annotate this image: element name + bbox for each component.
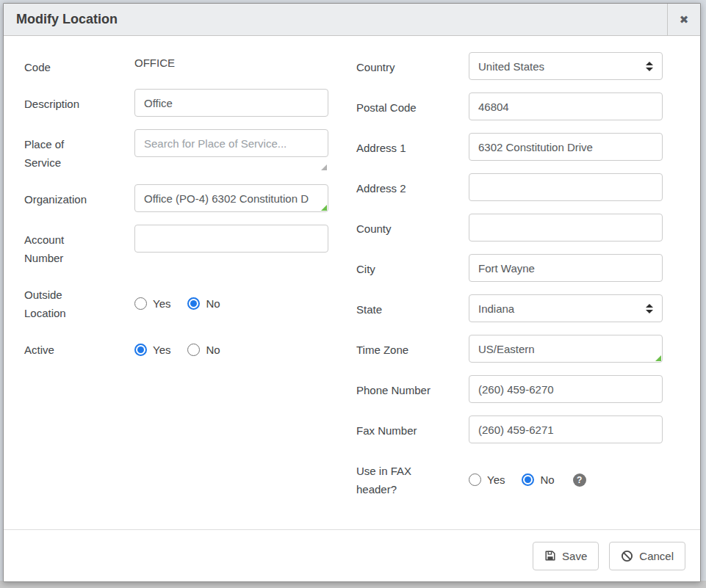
outside-location-no-radio[interactable]: No [187, 297, 220, 310]
close-icon: ✖ [680, 13, 689, 26]
address2-label: Address 2 [356, 173, 469, 201]
place-of-service-input[interactable] [134, 129, 328, 157]
radio-label: No [206, 344, 220, 356]
radio-unchecked-icon [134, 297, 147, 310]
fax-header-yes-radio[interactable]: Yes [469, 473, 505, 486]
phone-number-input[interactable] [469, 375, 663, 403]
place-of-service-label: Place of Service [24, 129, 134, 172]
page-background: Modify Location ✖ Code OFFICE Descriptio… [0, 0, 706, 588]
outside-location-yes-radio[interactable]: Yes [134, 297, 170, 310]
modify-location-dialog: Modify Location ✖ Code OFFICE Descriptio… [3, 3, 701, 582]
select-caret-icon [646, 62, 653, 71]
code-value: OFFICE [134, 52, 328, 69]
radio-unchecked-icon [187, 344, 200, 356]
field-postal-code: Postal Code [356, 92, 665, 120]
field-active: Active Yes No [24, 335, 328, 359]
country-label: Country [356, 52, 469, 80]
outside-location-label: Outside Location [24, 280, 134, 322]
address2-input[interactable] [469, 173, 663, 201]
radio-label: Yes [153, 344, 170, 356]
account-number-input[interactable] [134, 225, 328, 253]
field-code: Code OFFICE [24, 52, 328, 76]
cancel-button-label: Cancel [639, 550, 674, 562]
phone-number-label: Phone Number [356, 375, 469, 403]
fax-number-label: Fax Number [356, 415, 469, 443]
county-label: County [356, 214, 469, 242]
postal-code-label: Postal Code [356, 92, 469, 120]
address1-label: Address 1 [356, 133, 469, 161]
right-column: Country United States Postal Code [356, 52, 665, 529]
active-no-radio[interactable]: No [187, 344, 220, 356]
save-icon [544, 550, 556, 562]
field-country: Country United States [356, 52, 665, 80]
field-address1: Address 1 [356, 133, 665, 161]
help-icon-glyph: ? [577, 475, 582, 485]
save-button[interactable]: Save [533, 542, 599, 570]
active-label: Active [24, 335, 134, 359]
radio-label: Yes [153, 297, 170, 310]
radio-checked-icon [522, 473, 534, 486]
select-caret-icon [646, 304, 653, 313]
country-select-value: United States [478, 60, 646, 73]
active-yes-radio[interactable]: Yes [134, 344, 170, 356]
radio-label: No [206, 297, 220, 310]
field-city: City [356, 254, 665, 282]
radio-unchecked-icon [469, 473, 481, 486]
field-time-zone: Time Zone [356, 335, 665, 363]
field-county: County [356, 214, 665, 242]
left-column: Code OFFICE Description Place of Service [24, 52, 328, 529]
fax-header-label: Use in FAX header? [356, 456, 469, 498]
cancel-icon [621, 550, 633, 562]
radio-checked-icon [187, 297, 200, 310]
address1-input[interactable] [469, 133, 663, 161]
city-label: City [356, 254, 469, 282]
dialog-body: Code OFFICE Description Place of Service [4, 36, 700, 529]
dialog-footer: Save Cancel [4, 529, 700, 581]
close-button[interactable]: ✖ [667, 4, 700, 35]
radio-checked-icon [134, 344, 147, 356]
autocomplete-valid-corner-icon [321, 205, 327, 211]
time-zone-input[interactable] [469, 335, 663, 363]
state-label: State [356, 294, 469, 322]
autocomplete-corner-icon [321, 164, 327, 170]
radio-label: No [540, 473, 554, 486]
account-number-label: Account Number [24, 225, 134, 267]
county-input[interactable] [469, 214, 663, 242]
dialog-title: Modify Location [4, 4, 667, 35]
time-zone-label: Time Zone [356, 335, 469, 363]
field-description: Description [24, 89, 328, 117]
organization-label: Organization [24, 184, 134, 212]
description-label: Description [24, 89, 134, 117]
field-account-number: Account Number [24, 225, 328, 267]
country-select[interactable]: United States [469, 52, 663, 80]
field-place-of-service: Place of Service [24, 129, 328, 172]
save-button-label: Save [562, 550, 587, 562]
postal-code-input[interactable] [469, 92, 663, 120]
field-fax-header: Use in FAX header? Yes No ? [356, 456, 665, 498]
autocomplete-valid-corner-icon [655, 355, 661, 361]
field-address2: Address 2 [356, 173, 665, 201]
city-input[interactable] [469, 254, 663, 282]
field-state: State Indiana [356, 294, 665, 322]
fax-number-input[interactable] [469, 415, 663, 443]
state-select[interactable]: Indiana [469, 294, 663, 322]
description-input[interactable] [134, 89, 328, 117]
radio-label: Yes [487, 473, 505, 486]
field-organization: Organization [24, 184, 328, 212]
cancel-button[interactable]: Cancel [609, 542, 685, 570]
fax-header-no-radio[interactable]: No [522, 473, 554, 486]
dialog-header: Modify Location ✖ [4, 4, 700, 36]
state-select-value: Indiana [478, 302, 646, 315]
field-fax-number: Fax Number [356, 415, 665, 443]
code-label: Code [24, 52, 134, 76]
field-phone-number: Phone Number [356, 375, 665, 403]
organization-input[interactable] [134, 184, 328, 212]
help-icon[interactable]: ? [573, 473, 586, 487]
field-outside-location: Outside Location Yes No [24, 280, 328, 322]
